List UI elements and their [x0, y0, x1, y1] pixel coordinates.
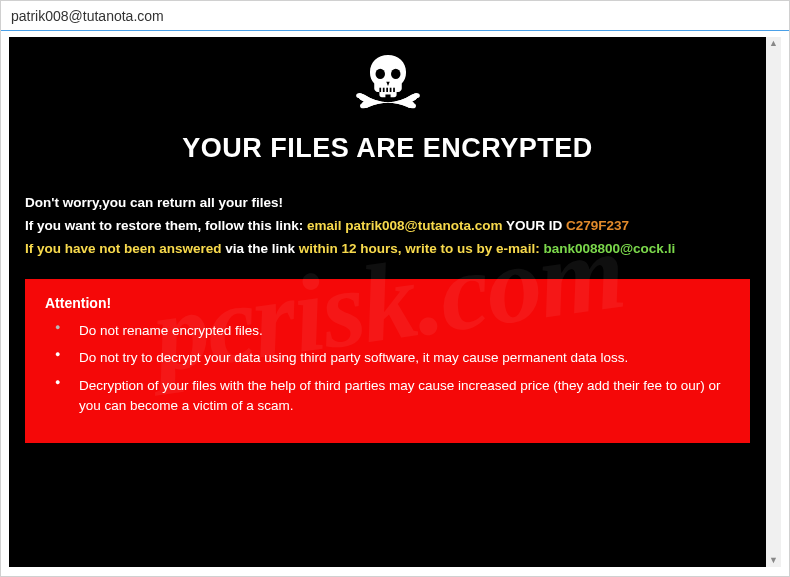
scroll-up-icon[interactable]: ▲: [769, 39, 778, 48]
scroll-down-icon[interactable]: ▼: [769, 556, 778, 565]
window-title: patrik008@tutanota.com: [11, 8, 164, 24]
info-line-3: If you have not been answered via the li…: [25, 238, 750, 261]
svg-point-10: [409, 103, 415, 108]
list-item: Decryption of your files with the help o…: [79, 376, 730, 415]
svg-point-8: [412, 93, 419, 98]
attention-box: Attention! Do not rename encrypted files…: [25, 279, 750, 443]
your-id-label: YOUR ID: [503, 218, 567, 233]
skull-crossbones-icon: [345, 51, 431, 121]
svg-point-7: [356, 93, 363, 98]
attention-label: Attention!: [45, 295, 730, 311]
headline: YOUR FILES ARE ENCRYPTED: [9, 133, 766, 164]
list-item: Do not rename encrypted files.: [79, 321, 730, 341]
list-item: Do not try to decrypt your data using th…: [79, 348, 730, 368]
info-block: Don't worry,you can return all your file…: [25, 192, 750, 261]
content-wrapper: pcrisk.com YOUR FILES ARE ENCR: [1, 31, 789, 577]
skull-icon-wrap: [9, 51, 766, 125]
info-line-3-within: within 12 hours, write to us by e-mail:: [299, 241, 544, 256]
contact-email-secondary: bank008800@cock.li: [543, 241, 675, 256]
svg-rect-5: [389, 88, 391, 92]
info-line-2-prefix: If you want to restore them, follow this…: [25, 218, 307, 233]
vertical-scrollbar[interactable]: ▲ ▼: [766, 37, 781, 567]
victim-id-value: C279F237: [566, 218, 629, 233]
svg-point-0: [375, 69, 384, 79]
svg-point-9: [360, 103, 366, 108]
svg-rect-3: [382, 88, 384, 92]
svg-rect-4: [386, 88, 388, 92]
info-line-1: Don't worry,you can return all your file…: [25, 192, 750, 215]
info-line-2: If you want to restore them, follow this…: [25, 215, 750, 238]
contact-email-primary: email patrik008@tutanota.com: [307, 218, 502, 233]
window-titlebar: patrik008@tutanota.com: [1, 1, 789, 31]
info-line-3-prefix: If you have not been answered: [25, 241, 225, 256]
attention-list: Do not rename encrypted files. Do not tr…: [45, 321, 730, 415]
ransom-note-body: pcrisk.com YOUR FILES ARE ENCR: [9, 37, 766, 567]
info-line-3-mid: via the link: [225, 241, 299, 256]
svg-rect-6: [393, 88, 395, 92]
svg-point-1: [391, 69, 400, 79]
svg-rect-2: [379, 88, 381, 92]
